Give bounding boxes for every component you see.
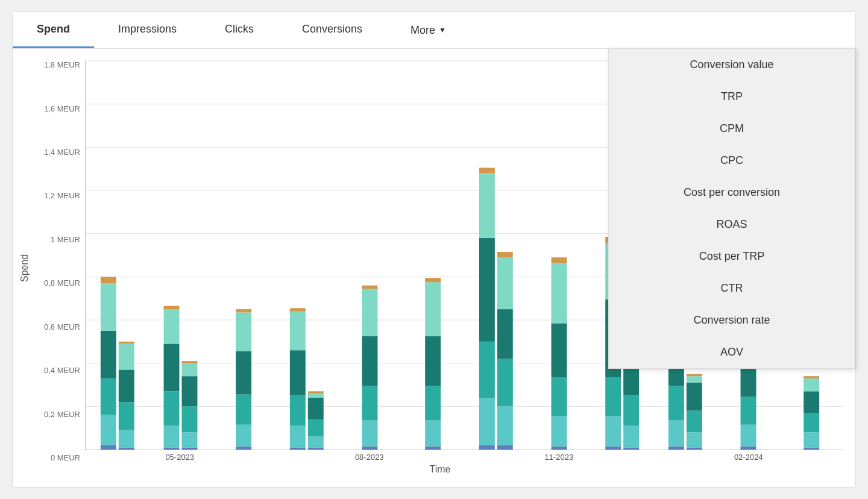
y-tick-6: 1,2 MEUR: [37, 192, 85, 199]
svg-rect-18: [119, 369, 134, 402]
svg-rect-36: [236, 351, 251, 395]
svg-rect-70: [497, 406, 513, 445]
svg-rect-66: [479, 238, 495, 342]
svg-rect-38: [236, 309, 251, 312]
dropdown-item-4[interactable]: Cost per conversion: [609, 177, 855, 209]
svg-rect-17: [119, 402, 134, 430]
svg-rect-42: [290, 350, 306, 395]
svg-rect-14: [101, 277, 116, 283]
svg-rect-106: [741, 425, 756, 447]
svg-rect-29: [181, 406, 197, 432]
svg-rect-33: [236, 447, 251, 450]
svg-rect-108: [741, 364, 756, 397]
svg-rect-43: [290, 312, 306, 351]
tab-clicks[interactable]: Clicks: [201, 12, 278, 48]
svg-rect-46: [308, 437, 324, 448]
svg-rect-99: [687, 447, 702, 450]
svg-rect-82: [605, 416, 621, 446]
dropdown-item-0[interactable]: Conversion value: [609, 49, 855, 81]
svg-rect-105: [741, 447, 756, 450]
svg-rect-52: [362, 421, 378, 447]
svg-rect-47: [308, 419, 324, 437]
svg-rect-69: [497, 445, 513, 450]
svg-rect-20: [119, 342, 134, 344]
svg-rect-30: [181, 376, 197, 406]
svg-rect-32: [181, 361, 197, 363]
dropdown-item-2[interactable]: CPM: [609, 113, 855, 145]
svg-rect-93: [668, 447, 684, 450]
svg-rect-11: [101, 378, 116, 415]
svg-rect-28: [181, 432, 197, 447]
y-tick-2: 0,4 MEUR: [37, 366, 85, 374]
svg-rect-26: [164, 306, 180, 309]
more-dropdown: Conversion valueTRPCPMCPCCost per conver…: [608, 48, 855, 369]
svg-rect-19: [119, 344, 134, 369]
svg-rect-74: [497, 252, 513, 257]
dropdown-item-9[interactable]: AOV: [609, 336, 855, 368]
x-axis: 05-202308-202311-202302-2024: [85, 450, 843, 462]
tabs-bar: Spend Impressions Clicks Conversions Mor…: [13, 12, 855, 49]
dropdown-item-1[interactable]: TRP: [609, 81, 855, 113]
svg-rect-31: [181, 363, 197, 377]
tab-impressions[interactable]: Impressions: [94, 12, 201, 48]
x-tick-3: 02-2024: [731, 453, 767, 462]
dropdown-item-5[interactable]: ROAS: [609, 209, 855, 240]
svg-rect-39: [290, 447, 306, 450]
svg-rect-71: [497, 359, 513, 407]
svg-rect-55: [362, 289, 378, 336]
y-tick-0: 0 MEUR: [37, 454, 85, 462]
dropdown-item-7[interactable]: CTR: [609, 272, 855, 304]
tab-spend[interactable]: Spend: [13, 12, 94, 48]
chart-container: Spend Impressions Clicks Conversions Mor…: [12, 11, 856, 488]
dropdown-item-8[interactable]: Conversion rate: [609, 304, 855, 336]
svg-rect-24: [164, 344, 180, 391]
svg-rect-44: [290, 308, 306, 311]
svg-rect-12: [101, 331, 116, 378]
y-tick-5: 1 MEUR: [37, 236, 85, 243]
svg-rect-49: [308, 394, 324, 398]
x-tick-0: 05-2023: [162, 453, 198, 462]
svg-rect-107: [741, 397, 756, 425]
svg-rect-114: [804, 391, 819, 413]
svg-rect-104: [687, 374, 702, 377]
svg-rect-53: [362, 386, 378, 420]
tab-more[interactable]: More ▼: [386, 12, 470, 48]
y-tick-7: 1,4 MEUR: [37, 148, 85, 156]
svg-rect-88: [623, 426, 639, 448]
svg-rect-35: [236, 395, 251, 425]
svg-rect-78: [552, 323, 567, 377]
dropdown-item-3[interactable]: CPC: [609, 145, 855, 177]
svg-rect-75: [552, 447, 567, 450]
x-tick-2: 11-2023: [541, 453, 577, 462]
svg-rect-65: [479, 342, 495, 398]
svg-rect-60: [425, 336, 441, 386]
svg-rect-79: [552, 263, 567, 323]
svg-rect-22: [164, 426, 180, 448]
svg-rect-77: [552, 377, 567, 416]
svg-rect-59: [425, 386, 441, 420]
svg-rect-73: [497, 257, 513, 309]
svg-rect-102: [687, 383, 702, 411]
y-axis: 0 MEUR0,2 MEUR0,4 MEUR0,6 MEUR0,8 MEUR1 …: [37, 61, 85, 462]
svg-rect-58: [425, 421, 441, 447]
dropdown-item-6[interactable]: Cost per TRP: [609, 240, 855, 272]
svg-rect-57: [425, 447, 441, 450]
x-tick-1: 08-2023: [351, 453, 388, 462]
svg-rect-63: [479, 445, 495, 450]
svg-rect-116: [804, 376, 819, 378]
svg-rect-89: [623, 395, 639, 425]
x-axis-label: Time: [37, 464, 843, 475]
y-axis-label: Spend: [13, 61, 37, 475]
svg-rect-111: [804, 447, 819, 450]
svg-rect-87: [623, 447, 639, 450]
svg-rect-10: [101, 415, 116, 445]
svg-rect-103: [687, 376, 702, 383]
y-tick-3: 0,6 MEUR: [37, 323, 85, 331]
svg-rect-50: [308, 391, 324, 394]
svg-rect-94: [668, 421, 684, 447]
svg-rect-21: [164, 447, 180, 450]
svg-rect-56: [362, 286, 378, 289]
tab-conversions[interactable]: Conversions: [278, 12, 386, 48]
svg-rect-51: [362, 447, 378, 450]
svg-rect-95: [668, 386, 684, 420]
